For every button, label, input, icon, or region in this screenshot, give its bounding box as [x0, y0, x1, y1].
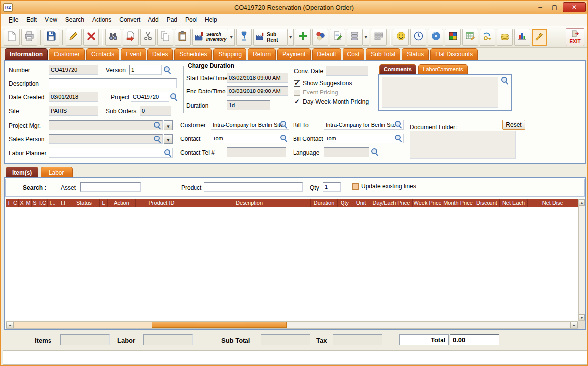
end-datetime-field[interactable]	[227, 86, 288, 96]
search-inventory-dropdown-button[interactable]	[228, 29, 235, 46]
col-net-each[interactable]: Net Each	[500, 199, 528, 207]
col-ii[interactable]: I.I	[58, 199, 68, 207]
col-l[interactable]: L	[100, 199, 108, 207]
disc-button[interactable]	[428, 29, 443, 46]
scrollbar-page-region[interactable]	[14, 322, 152, 328]
comments-search-icon[interactable]	[501, 76, 509, 84]
maximize-button[interactable]: ▢	[547, 3, 562, 12]
col-status[interactable]: Status	[68, 199, 100, 207]
asset-field[interactable]	[80, 182, 141, 192]
scroll-left-button[interactable]: ◄	[6, 322, 14, 328]
tab-return[interactable]: Return	[248, 48, 276, 60]
product-field[interactable]	[204, 182, 303, 192]
close-button[interactable]: ✕	[563, 2, 586, 12]
goblet-button[interactable]	[236, 29, 252, 46]
date-created-field[interactable]	[49, 92, 98, 102]
reset-button[interactable]: Reset	[502, 120, 525, 130]
exit-button[interactable]: EXIT	[566, 28, 584, 46]
horizontal-scroll-thumb[interactable]	[152, 322, 287, 328]
col-unit[interactable]: Unit	[352, 199, 370, 207]
sub-orders-field[interactable]	[140, 106, 171, 116]
scroll-down-button[interactable]: ▼	[579, 314, 585, 320]
labor-total-field[interactable]	[143, 334, 193, 345]
menu-add[interactable]: Add	[144, 15, 162, 25]
description-field[interactable]	[49, 78, 177, 88]
col-day-each-price[interactable]: Day/Each Price	[370, 199, 413, 207]
minimize-button[interactable]: ─	[533, 3, 547, 12]
labor-planner-search-icon[interactable]	[164, 149, 172, 157]
col-week-price[interactable]: Week Price	[413, 199, 442, 207]
tab-event[interactable]: Event	[121, 48, 146, 60]
scroll-up-button[interactable]: ▲	[579, 199, 585, 206]
find-button[interactable]	[105, 29, 121, 46]
conv-date-field[interactable]	[326, 66, 368, 76]
tax-field[interactable]	[333, 334, 382, 345]
tab-contacts[interactable]: Contacts	[86, 48, 119, 60]
tab-comments[interactable]: Comments	[379, 64, 416, 74]
day-week-month-pricing-checkbox[interactable]: Day-Week-Month Pricing	[294, 98, 369, 105]
document-folder-box[interactable]	[410, 131, 516, 159]
menu-help[interactable]: Help	[201, 15, 221, 25]
show-suggestions-checkbox[interactable]: Show Suggestions	[294, 80, 352, 87]
paste-button[interactable]	[175, 29, 191, 46]
clock-button[interactable]	[410, 29, 426, 46]
labor-planner-field[interactable]	[49, 148, 173, 158]
smiley-button[interactable]	[393, 29, 409, 46]
chart-button[interactable]	[514, 29, 530, 46]
col-c[interactable]: C	[12, 199, 19, 207]
menu-pool[interactable]: Pool	[181, 15, 201, 25]
sales-person-dropdown-button[interactable]	[164, 134, 173, 144]
bill-to-field[interactable]	[324, 120, 404, 130]
key-button[interactable]	[480, 29, 495, 46]
duration-field[interactable]	[227, 100, 270, 110]
notes-button[interactable]	[330, 29, 345, 46]
copy-button[interactable]	[157, 29, 173, 46]
menu-search[interactable]: Search	[61, 15, 88, 25]
tab-schedules[interactable]: Schedules	[174, 48, 212, 60]
pool-balls-button[interactable]	[312, 29, 328, 46]
contact-search-icon[interactable]	[280, 134, 288, 142]
project-mgr-search-icon[interactable]	[153, 121, 161, 129]
delete-button[interactable]	[83, 29, 99, 46]
tab-default[interactable]: Default	[312, 48, 341, 60]
calendar-edit-button[interactable]	[462, 29, 478, 46]
col-description[interactable]: Description	[188, 199, 311, 207]
cut-button[interactable]	[140, 29, 156, 46]
tab-flat-discounts[interactable]: Flat Discounts	[430, 48, 478, 60]
col-m[interactable]: M	[25, 199, 32, 207]
col-month-price[interactable]: Month Price	[442, 199, 474, 207]
qty-field[interactable]	[323, 182, 341, 192]
customer-search-icon[interactable]	[280, 120, 288, 128]
col-product-id[interactable]: Product ID	[136, 199, 188, 207]
cards-button[interactable]	[347, 29, 363, 46]
update-existing-lines-checkbox[interactable]: Update existing lines	[352, 183, 416, 190]
sub-rent-button[interactable]: Sub Rent	[253, 29, 288, 46]
save-button[interactable]	[44, 29, 59, 46]
col-i1[interactable]: I...	[48, 199, 58, 207]
print-button[interactable]	[21, 29, 37, 46]
menu-convert[interactable]: Convert	[115, 15, 144, 25]
col-t[interactable]: T	[6, 199, 12, 207]
language-search-icon[interactable]	[371, 148, 379, 156]
project-field[interactable]	[131, 92, 169, 102]
tab-items[interactable]: Item(s)	[6, 167, 38, 178]
contact-tel-field[interactable]	[227, 147, 286, 157]
tab-labor[interactable]: Labor	[41, 167, 73, 178]
sales-person-search-icon[interactable]	[153, 135, 161, 143]
project-mgr-dropdown-button[interactable]	[164, 120, 173, 130]
vertical-scrollbar[interactable]: ▲ ▼	[578, 199, 585, 321]
sales-person-field[interactable]	[49, 134, 163, 144]
sub-rent-dropdown-button[interactable]	[288, 29, 294, 46]
project-search-icon[interactable]	[170, 93, 178, 101]
sub-total-field[interactable]	[261, 334, 310, 345]
grid-button[interactable]	[371, 29, 387, 46]
bill-contact-field[interactable]	[324, 134, 404, 143]
scroll-right-button[interactable]: ►	[570, 322, 578, 328]
horizontal-scrollbar[interactable]: ◄ ►	[6, 321, 578, 329]
bill-contact-search-icon[interactable]	[394, 134, 402, 142]
col-s[interactable]: S	[32, 199, 38, 207]
col-net-disc[interactable]: Net Disc	[528, 199, 578, 207]
convert-document-button[interactable]	[123, 29, 139, 46]
tab-status[interactable]: Status	[402, 48, 429, 60]
edit-button[interactable]	[66, 29, 82, 46]
